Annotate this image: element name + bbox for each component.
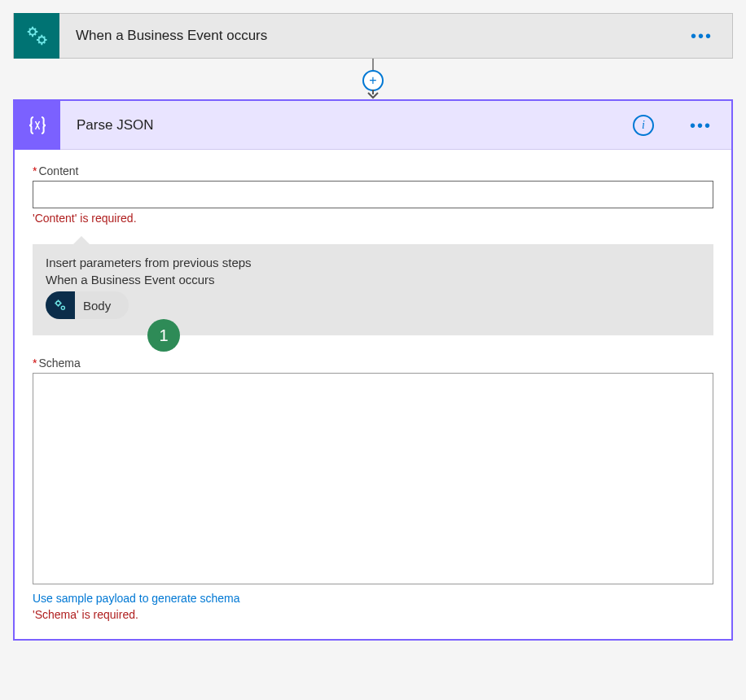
trigger-title: When a Business Event occurs (59, 28, 671, 44)
schema-error: 'Schema' is required. (33, 608, 713, 621)
params-source: When a Business Event occurs (46, 273, 700, 287)
svg-point-3 (61, 306, 64, 309)
gears-icon (14, 13, 59, 59)
trigger-more-button[interactable]: ••• (671, 32, 732, 40)
body-chip[interactable]: Body (46, 291, 129, 319)
content-input[interactable] (33, 181, 713, 208)
annotation-badge: 1 (147, 319, 180, 352)
schema-input[interactable] (33, 373, 713, 584)
chip-label: Body (75, 299, 119, 313)
info-button[interactable]: i (633, 115, 654, 136)
add-step-button[interactable]: + (362, 70, 384, 91)
arrow-down-icon (366, 90, 380, 99)
sample-payload-link[interactable]: Use sample payload to generate schema (33, 592, 239, 605)
action-header[interactable]: Parse JSON i ••• (15, 101, 731, 150)
json-icon (15, 101, 60, 150)
content-label: *Content (33, 164, 713, 177)
action-more-button[interactable]: ••• (670, 121, 731, 129)
params-title: Insert parameters from previous steps (46, 256, 700, 269)
svg-point-2 (56, 301, 60, 305)
chip-gears-icon (46, 291, 75, 319)
schema-label: *Schema (33, 357, 713, 370)
params-flyout: Insert parameters from previous steps Wh… (33, 244, 713, 335)
action-title: Parse JSON (60, 117, 633, 133)
content-error: 'Content' is required. (33, 212, 713, 225)
action-card: Parse JSON i ••• *Content 'Content' is r… (13, 99, 733, 641)
trigger-card[interactable]: When a Business Event occurs ••• (13, 13, 733, 59)
connector: + (13, 59, 733, 99)
